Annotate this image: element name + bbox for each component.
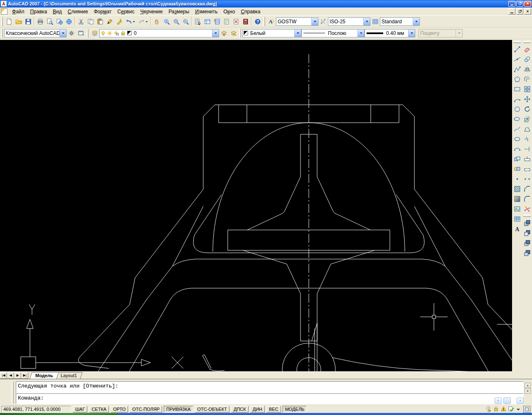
associated-standards-icon[interactable] (507, 406, 514, 413)
toolbar-grip[interactable] (523, 215, 531, 217)
chevron-down-icon[interactable] (212, 30, 219, 37)
fillet-icon[interactable] (522, 194, 532, 204)
match-properties-icon[interactable] (105, 17, 114, 26)
point-icon[interactable] (512, 174, 522, 184)
command-prompt[interactable]: Команда: (16, 393, 524, 404)
lock-icon[interactable] (120, 30, 126, 36)
bulb-icon[interactable] (100, 30, 106, 36)
zoom-window-icon[interactable] (171, 17, 181, 26)
toggle-привязка[interactable]: ПРИВЯЗКА (164, 406, 193, 413)
command-window-grip[interactable] (12, 382, 14, 403)
workspace-combo[interactable]: Классический AutoCAD (4, 29, 66, 37)
extend-icon[interactable] (522, 144, 532, 154)
menu-вид[interactable]: Вид (50, 8, 65, 15)
sheetset-manager-icon[interactable] (222, 17, 231, 26)
send-to-back-icon[interactable] (522, 228, 532, 238)
mdi-restore-button[interactable] (516, 8, 523, 15)
join-icon[interactable] (522, 174, 532, 184)
toggle-сетка[interactable]: СЕТКА (89, 406, 109, 413)
construction-line-icon[interactable] (512, 54, 522, 64)
paste-icon[interactable] (95, 17, 105, 26)
toolbar-grip[interactable] (1, 29, 3, 38)
insert-block-icon[interactable] (512, 154, 522, 164)
gradient-icon[interactable] (512, 194, 522, 204)
block-editor-icon[interactable] (114, 17, 124, 26)
scroll-left-icon[interactable]: ‹ (495, 398, 502, 404)
plot-preview-icon[interactable] (45, 17, 54, 26)
coordinate-readout[interactable]: 469.4081, 771.4915, 0.0000 (1, 406, 71, 413)
send-under-objects-icon[interactable] (522, 248, 532, 258)
properties-icon[interactable] (193, 17, 202, 26)
text-style-combo[interactable]: GOSTW (276, 17, 318, 26)
document-icon[interactable] (1, 8, 7, 15)
menu-слияние[interactable]: Слияние (65, 8, 91, 15)
chamfer-icon[interactable] (522, 184, 532, 194)
minimize-button[interactable] (508, 1, 515, 7)
break-icon[interactable] (522, 164, 532, 174)
table-style-combo[interactable]: Standard (380, 17, 420, 26)
mdi-minimize-button[interactable] (508, 8, 515, 15)
command-scroll-down-icon[interactable]: ▼ (525, 388, 531, 394)
hatch-icon[interactable] (512, 184, 522, 194)
break-at-point-icon[interactable] (522, 154, 532, 164)
etransmit-icon[interactable] (64, 17, 74, 26)
layer-previous-icon[interactable] (229, 28, 238, 38)
zoom-realtime-icon[interactable] (162, 17, 171, 26)
make-object-layer-current-icon[interactable] (219, 28, 229, 38)
copy-icon[interactable] (522, 54, 532, 64)
ellipse-icon[interactable] (512, 134, 522, 144)
table-style-icon[interactable] (370, 17, 380, 26)
bring-above-objects-icon[interactable] (522, 238, 532, 248)
menu-черчение[interactable]: Черчение (137, 8, 165, 15)
scrollbar-thumb[interactable] (503, 398, 511, 404)
warning-icon[interactable] (499, 406, 507, 413)
tab-first-button[interactable]: |◀ (0, 372, 7, 379)
rotate-icon[interactable] (522, 104, 532, 114)
toolbar-grip[interactable] (239, 29, 241, 38)
tab-prev-button[interactable]: ◀ (7, 372, 14, 379)
toggle-шаг[interactable]: ШАГ (73, 406, 87, 413)
toggle-вес[interactable]: ВЕС (266, 406, 281, 413)
toggle-дин[interactable]: ДИН (250, 406, 265, 413)
toggle-орто[interactable]: ОРТО (111, 406, 128, 413)
toolbar-grip[interactable] (513, 41, 521, 43)
command-history[interactable]: Следующая точка или [Отменить]: (16, 381, 524, 393)
menu-окно[interactable]: Окно (221, 8, 238, 15)
arc-icon[interactable] (512, 94, 522, 104)
array-icon[interactable] (522, 84, 532, 94)
tray-menu-arrow-icon[interactable] (517, 409, 520, 412)
copy-clip-icon[interactable] (86, 17, 95, 26)
quickcalc-icon[interactable] (241, 17, 250, 26)
designcenter-icon[interactable] (202, 17, 212, 26)
command-scroll-up-icon[interactable]: ▲ (525, 383, 531, 388)
tab-next-button[interactable]: ▶ (14, 372, 21, 379)
menu-сервис[interactable]: Сервис (114, 8, 137, 15)
tool-palettes-icon[interactable] (212, 17, 222, 26)
move-icon[interactable] (522, 94, 532, 104)
pan-icon[interactable] (152, 17, 162, 26)
chevron-down-icon[interactable] (363, 18, 370, 25)
linetype-combo[interactable]: Послою (301, 29, 365, 37)
circle-icon[interactable] (512, 104, 522, 114)
toolbar-grip[interactable] (87, 29, 89, 38)
layer-properties-manager-icon[interactable] (90, 28, 99, 38)
line-icon[interactable] (512, 44, 522, 54)
dim-style-combo[interactable]: ISO-25 (328, 17, 370, 26)
sun-icon[interactable] (107, 30, 113, 36)
rectangle-icon[interactable] (512, 84, 522, 94)
clean-screen-button[interactable] (523, 406, 530, 413)
mdi-close-button[interactable]: × (524, 8, 531, 15)
toolbar-grip[interactable] (264, 17, 265, 26)
scale-icon[interactable] (522, 114, 532, 124)
start-button-edge[interactable] (0, 413, 118, 415)
menu-файл[interactable]: Файл (9, 8, 27, 15)
offset-icon[interactable] (522, 74, 532, 84)
menu-справка[interactable]: Справка (238, 8, 263, 15)
erase-icon[interactable] (522, 44, 532, 54)
menu-изменить[interactable]: Изменить (192, 8, 220, 15)
tab-last-button[interactable]: ▶| (21, 372, 28, 379)
region-icon[interactable] (512, 204, 522, 214)
mirror-icon[interactable] (522, 64, 532, 74)
chevron-down-icon[interactable] (145, 21, 148, 24)
chevron-down-icon[interactable] (357, 30, 364, 37)
